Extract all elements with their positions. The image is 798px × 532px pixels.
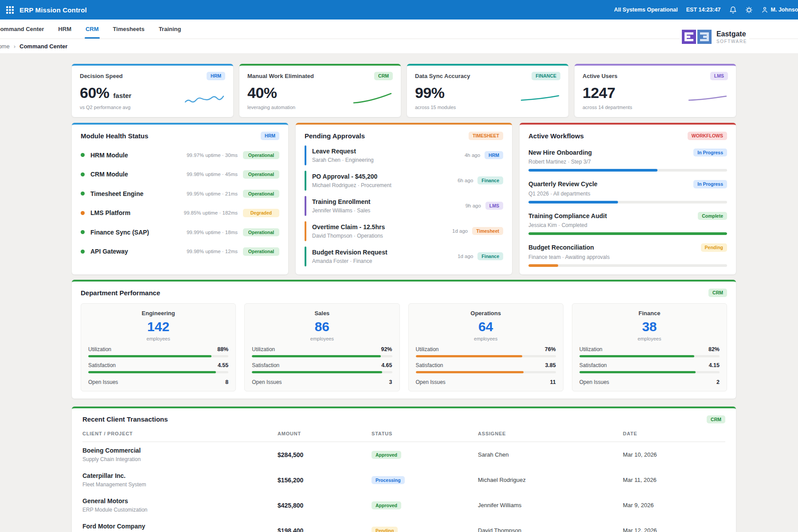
dept-name: Sales xyxy=(252,310,392,317)
status-badge: Approved xyxy=(372,501,401,510)
kpi-value-suffix: faster xyxy=(113,92,132,99)
dept-employees-label: employees xyxy=(88,336,228,341)
metric-label: Utilization xyxy=(416,346,439,352)
metric-value: 11 xyxy=(550,379,556,385)
settings-gear-icon[interactable] xyxy=(745,6,753,14)
metric-label: Utilization xyxy=(579,346,602,352)
notifications-bell-icon[interactable] xyxy=(729,6,737,14)
brand-subtitle: SOFTWARE xyxy=(716,39,747,44)
apps-grid-icon[interactable] xyxy=(6,6,14,14)
breadcrumb: Home › Command Center xyxy=(0,39,798,53)
sparkline-chart xyxy=(519,90,561,106)
approval-subtitle: Sarah Chen · Engineering xyxy=(312,157,374,163)
workflow-status-badge: In Progress xyxy=(693,180,727,188)
module-uptime: 99.98% uptime · 12ms xyxy=(187,249,238,254)
dept-card-operations: Operations 64 employees Utilization76% S… xyxy=(408,303,563,391)
column-header-client: CLIENT / PROJECT xyxy=(82,431,278,436)
workflow-title: Quarterly Review Cycle xyxy=(528,180,598,188)
progress-fill xyxy=(528,201,618,203)
transaction-row[interactable]: Caterpillar Inc.Fleet Management System … xyxy=(82,467,725,493)
panel-row: Module Health Status HRM HRM Module 99.9… xyxy=(72,123,736,274)
dept-employee-count: 64 xyxy=(416,319,556,334)
workflow-item: Budget Reconciliation Pending Finance te… xyxy=(528,243,727,267)
metric-label: Satisfaction xyxy=(252,362,279,368)
approval-time: 9h ago xyxy=(466,203,481,208)
approval-item[interactable]: Overtime Claim - 12.5hrs David Thompson … xyxy=(305,221,503,241)
assignee: Sarah Chen xyxy=(478,451,623,458)
progress-track xyxy=(528,201,727,203)
transactions-section: Recent Client Transactions CRM CLIENT / … xyxy=(72,407,736,532)
metric-label: Open Issues xyxy=(88,379,118,385)
approval-item[interactable]: Training Enrollment Jennifer Williams · … xyxy=(305,196,503,216)
assignee: David Thompson xyxy=(478,527,623,532)
module-status-badge: Degraded xyxy=(243,209,279,217)
panel-title: Active Workflows xyxy=(528,132,584,140)
tab-command-center[interactable]: Command Center xyxy=(0,20,45,39)
column-header-amount: AMOUNT xyxy=(278,431,372,436)
kpi-card-decision-speed: Decision Speed HRM 60% faster vs Q2 perf… xyxy=(72,64,233,117)
dept-employees-label: employees xyxy=(579,336,720,341)
module-uptime: 99.99% uptime · 18ms xyxy=(187,230,238,235)
module-status-badge: Operational xyxy=(243,228,279,237)
department-performance-section: Department Performance CRM Engineering 1… xyxy=(72,280,736,399)
breadcrumb-home-link[interactable]: Home xyxy=(0,43,10,50)
metric-bar-fill xyxy=(252,371,382,373)
metric-bar-fill xyxy=(416,371,524,373)
approval-tag-badge: LMS xyxy=(485,202,503,210)
module-status-badge: Operational xyxy=(243,190,279,198)
panel-title: Pending Approvals xyxy=(305,132,365,140)
module-row: API Gateway 99.98% uptime · 12ms Operati… xyxy=(81,247,279,256)
workflow-subtitle: Jessica Kim · Completed xyxy=(528,222,727,228)
client-name: Ford Motor Company xyxy=(82,523,278,530)
approval-item[interactable]: PO Approval - $45,200 Michael Rodriguez … xyxy=(305,171,503,191)
transaction-row[interactable]: Boeing CommercialSupply Chain Integratio… xyxy=(82,442,725,467)
tab-training[interactable]: Training xyxy=(158,20,182,39)
dashboard-content: Decision Speed HRM 60% faster vs Q2 perf… xyxy=(0,53,798,532)
metric-value: 76% xyxy=(545,346,556,352)
assignee: Jennifer Williams xyxy=(478,502,623,509)
date: Mar 10, 2026 xyxy=(623,451,725,458)
approval-tag-badge: Timesheet xyxy=(472,227,503,235)
transaction-row[interactable]: General MotorsERP Module Customization $… xyxy=(82,493,725,518)
panel-title: Module Health Status xyxy=(81,132,149,140)
tab-crm[interactable]: CRM xyxy=(85,20,100,39)
client-name: General Motors xyxy=(82,497,278,505)
kpi-card-data-sync: Data Sync Accuracy FINANCE 99% across 15… xyxy=(407,64,568,117)
item-accent-bar xyxy=(305,171,306,191)
item-accent-bar xyxy=(305,246,306,266)
approval-item[interactable]: Budget Revision Request Amanda Foster · … xyxy=(305,246,503,266)
metric-value: 8 xyxy=(225,379,228,385)
user-menu[interactable]: M. Johnson xyxy=(761,6,798,13)
active-workflows-panel: Active Workflows WORKFLOWS New Hire Onbo… xyxy=(520,123,736,274)
metric-value: 4.55 xyxy=(218,362,228,368)
module-row: CRM Module 99.98% uptime · 45ms Operatio… xyxy=(81,170,279,179)
primary-nav: Command Center HRM CRM Timesheets Traini… xyxy=(0,20,798,39)
module-uptime: 99.95% uptime · 21ms xyxy=(187,191,238,196)
status-badge: Pending xyxy=(372,527,398,532)
dept-employee-count: 38 xyxy=(579,319,720,334)
approval-subtitle: Michael Rodriguez · Procurement xyxy=(312,182,391,188)
approval-subtitle: Jennifer Williams · Sales xyxy=(312,207,370,214)
tab-hrm[interactable]: HRM xyxy=(57,20,72,39)
workflow-subtitle: Robert Martinez · Step 3/7 xyxy=(528,159,727,165)
tab-timesheets[interactable]: Timesheets xyxy=(112,20,145,39)
approval-title: PO Approval - $45,200 xyxy=(312,173,391,180)
module-status-badge: Operational xyxy=(243,247,279,256)
approval-item[interactable]: Leave Request Sarah Chen · Engineering 4… xyxy=(305,145,503,165)
module-name: LMS Platform xyxy=(90,209,130,216)
metric-value: 82% xyxy=(708,346,720,352)
panel-badge: HRM xyxy=(261,132,279,140)
status-badge: Processing xyxy=(372,476,405,485)
workflow-title: Training Compliance Audit xyxy=(528,212,607,219)
chevron-right-icon: › xyxy=(14,43,16,50)
amount: $156,200 xyxy=(278,477,372,484)
kpi-title: Decision Speed xyxy=(80,73,123,79)
sparkline-chart xyxy=(184,90,226,106)
transaction-row[interactable]: Ford Motor CompanyWorkforce Analytics Pl… xyxy=(82,518,725,532)
module-health-panel: Module Health Status HRM HRM Module 99.9… xyxy=(72,123,288,274)
eastgate-logo-icon xyxy=(682,30,712,44)
progress-fill xyxy=(528,169,657,172)
brand-logo: Eastgate SOFTWARE xyxy=(680,28,749,45)
amount: $284,500 xyxy=(278,451,372,458)
client-name: Caterpillar Inc. xyxy=(82,472,278,479)
